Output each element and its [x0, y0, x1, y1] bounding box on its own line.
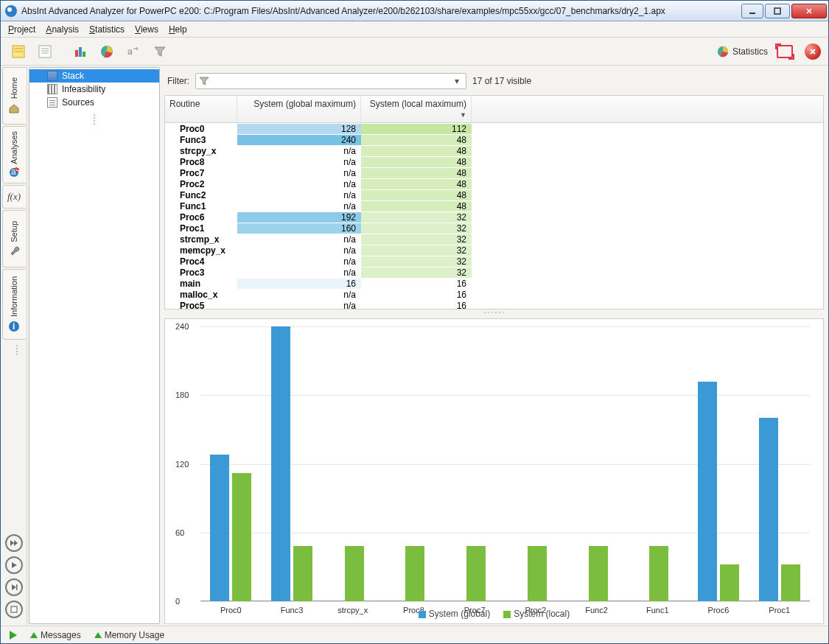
table-row[interactable]: Proc5n/a16 [165, 300, 823, 309]
table-row[interactable]: Proc116032 [165, 223, 823, 234]
status-messages[interactable]: Messages [30, 630, 81, 640]
bar-group: Func1 [627, 326, 688, 601]
table-row[interactable]: strcpy_xn/a48 [165, 145, 823, 156]
menu-help[interactable]: Help [169, 24, 187, 35]
filter-dropdown-icon[interactable]: ▾ [451, 76, 463, 86]
bar[interactable] [405, 546, 424, 601]
table-row[interactable]: malloc_xn/a16 [165, 289, 823, 300]
vtab-analyses[interactable]: Analyses a3 [2, 126, 26, 183]
cell-global: 128 [237, 124, 361, 134]
tree-item-stack[interactable]: Stack [29, 69, 159, 83]
bar[interactable] [345, 546, 364, 601]
run-fast-button[interactable] [5, 534, 23, 552]
table-row[interactable]: Func1n/a48 [165, 200, 823, 211]
vtab-information[interactable]: Information i [2, 269, 26, 340]
cell-routine: Proc0 [165, 124, 237, 134]
menu-views[interactable]: Views [135, 24, 158, 35]
chart-legend: System (global) System (local) [165, 609, 823, 619]
svg-text:a: a [127, 46, 133, 57]
stop-button[interactable] [5, 601, 23, 618]
table-row[interactable]: Proc4n/a32 [165, 256, 823, 267]
table-row[interactable]: Proc7n/a48 [165, 167, 823, 178]
filter-box[interactable]: ▾ [195, 73, 466, 89]
tree-item-infeasibility[interactable]: Infeasibility [29, 83, 159, 96]
inf-icon [47, 84, 57, 94]
bar[interactable] [293, 546, 312, 601]
triangle-icon [30, 632, 38, 638]
toolbar-barchart-icon[interactable] [70, 41, 91, 62]
table-row[interactable]: Proc0128112 [165, 123, 823, 134]
table-row[interactable]: Proc2n/a48 [165, 178, 823, 189]
bar[interactable] [698, 382, 717, 601]
menu-project[interactable]: Project [8, 24, 35, 35]
toolbar-piechart-icon[interactable] [97, 41, 117, 62]
svg-text:i: i [13, 321, 15, 332]
play-icon[interactable] [10, 631, 17, 640]
table-row[interactable]: Proc8n/a48 [165, 156, 823, 167]
bar[interactable] [232, 473, 251, 601]
cell-local: 32 [361, 267, 472, 278]
tree-item-sources[interactable]: Sources [29, 96, 159, 109]
cell-routine: memcpy_x [165, 245, 237, 256]
svg-rect-11 [83, 52, 85, 57]
src-icon [47, 97, 57, 108]
bar[interactable] [781, 564, 800, 601]
status-memory[interactable]: Memory Usage [94, 630, 164, 640]
fit-to-window-icon[interactable] [777, 45, 793, 58]
bar[interactable] [759, 418, 778, 601]
maximize-button[interactable] [765, 4, 790, 18]
table-row[interactable]: Proc3n/a32 [165, 267, 823, 278]
table-row[interactable]: Proc619232 [165, 211, 823, 223]
vtab-fx[interactable]: f(x) [2, 185, 26, 209]
results-table[interactable]: Routine System (global maximum) System (… [164, 95, 824, 309]
bar-group: strcpy_x [322, 326, 383, 601]
toolbar-statistics-label[interactable]: Statistics [716, 45, 768, 58]
toolbar-btn-1[interactable] [8, 41, 29, 62]
bar[interactable] [649, 546, 668, 601]
bar[interactable] [720, 564, 739, 601]
funnel-icon [199, 76, 209, 86]
cell-local: 32 [361, 245, 472, 256]
cell-routine: main [165, 279, 237, 289]
bar[interactable] [589, 546, 608, 601]
y-tick-label: 180 [175, 391, 189, 399]
toolbar-btn-2[interactable] [35, 41, 55, 62]
toolbar-filter-icon[interactable] [150, 41, 170, 62]
table-row[interactable]: Func324048 [165, 134, 823, 145]
cell-global: n/a [237, 267, 361, 278]
toolbar-export-icon[interactable]: a [123, 41, 144, 62]
cell-global: 192 [237, 212, 361, 223]
cell-global: n/a [237, 190, 361, 200]
legend-swatch-local [503, 611, 511, 618]
vtab-home[interactable]: Home [2, 67, 26, 125]
bar-group: Proc7 [444, 326, 506, 601]
table-row[interactable]: strcmp_xn/a32 [165, 234, 823, 245]
run-button[interactable] [5, 556, 23, 574]
minimize-button[interactable] [741, 4, 763, 18]
menu-analysis[interactable]: Analysis [46, 24, 79, 35]
filter-input[interactable] [212, 76, 451, 86]
window-titlebar[interactable]: AbsInt Advanced Analyzer for PowerPC e20… [1, 1, 828, 21]
y-tick-label: 120 [175, 460, 189, 469]
col-routine[interactable]: Routine [165, 96, 237, 122]
cell-global: n/a [237, 179, 361, 189]
table-row[interactable]: Func2n/a48 [165, 189, 823, 200]
menu-statistics[interactable]: Statistics [89, 24, 125, 35]
bar[interactable] [528, 546, 547, 601]
table-row[interactable]: memcpy_xn/a32 [165, 245, 823, 256]
cell-local: 48 [361, 168, 472, 178]
vtab-setup[interactable]: Setup [2, 210, 26, 267]
bar[interactable] [271, 326, 290, 601]
close-button[interactable] [791, 4, 827, 18]
col-sys-global[interactable]: System (global maximum) [237, 96, 361, 122]
table-row[interactable]: main1616 [165, 278, 823, 289]
close-panel-button[interactable] [805, 43, 821, 60]
cell-local: 48 [361, 146, 472, 156]
col-sys-local[interactable]: System (local maximum) [361, 96, 472, 122]
step-button[interactable] [5, 578, 23, 596]
bar[interactable] [210, 455, 229, 601]
bar-group: Proc1 [749, 326, 810, 601]
cell-local: 32 [361, 212, 472, 223]
bar[interactable] [466, 546, 486, 601]
tree-item-label: Stack [62, 71, 84, 81]
